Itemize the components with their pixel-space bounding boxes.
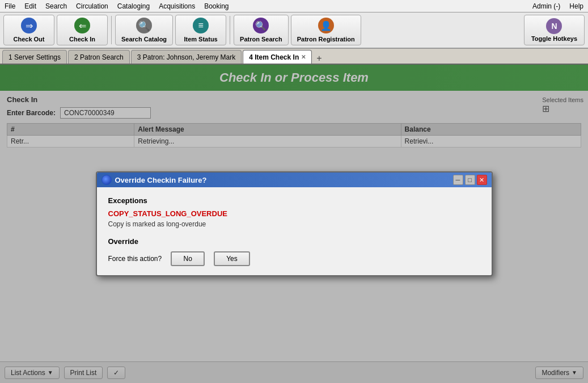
override-section: Override Force this action? No Yes: [108, 237, 480, 266]
item-status-icon: ≡: [193, 18, 209, 33]
menu-search[interactable]: Search: [45, 2, 67, 10]
yes-button[interactable]: Yes: [214, 251, 250, 266]
checkout-label: Check Out: [13, 36, 44, 43]
toolbar-sep2: [230, 16, 230, 44]
dialog-body: Exceptions COPY_STATUS_LONG_OVERDUE Copy…: [97, 187, 492, 275]
patron-search-label: Patron Search: [240, 36, 282, 43]
toolbar: ⇒ Check Out ⇐ Check In 🔍 Search Catalog …: [0, 12, 588, 49]
exceptions-title: Exceptions: [108, 196, 480, 205]
toolbar-sep1: [111, 16, 112, 44]
search-catalog-label: Search Catalog: [121, 36, 167, 43]
dialog-title-text: Override Checkin Failure?: [115, 176, 207, 184]
tab-add-button[interactable]: +: [313, 53, 325, 64]
menu-file[interactable]: File: [5, 2, 15, 10]
tab-item-checkin[interactable]: 4 Item Check In ✕: [243, 50, 312, 64]
dialog-minimize-button[interactable]: ─: [453, 175, 463, 185]
patron-registration-icon: 👤: [318, 18, 334, 33]
tab-server-settings-label: 1 Server Settings: [9, 53, 61, 61]
tab-patron-johnson-label: 3 Patron: Johnson, Jeremy Mark: [137, 53, 235, 61]
tab-item-checkin-label: 4 Item Check In: [249, 53, 299, 61]
checkin-label: Check In: [69, 36, 95, 43]
dialog-close-button[interactable]: ✕: [477, 175, 487, 185]
menu-left: File Edit Search Circulation Cataloging …: [5, 2, 229, 10]
exception-code: COPY_STATUS_LONG_OVERDUE: [108, 209, 480, 218]
dialog-titlebar: Override Checkin Failure? ─ □ ✕: [97, 172, 492, 187]
item-status-label: Item Status: [184, 36, 217, 43]
force-label: Force this action?: [108, 255, 162, 263]
menu-right: Admin (-) Help: [532, 2, 583, 10]
checkout-icon: ⇒: [21, 18, 37, 33]
menu-acquisitions[interactable]: Acquisitions: [159, 2, 195, 10]
tab-server-settings[interactable]: 1 Server Settings: [2, 50, 67, 64]
patron-registration-label: Patron Registration: [297, 36, 355, 43]
exception-description: Copy is marked as long-overdue: [108, 220, 480, 228]
menu-help[interactable]: Help: [569, 2, 583, 10]
menu-edit[interactable]: Edit: [24, 2, 36, 10]
tab-patron-search[interactable]: 2 Patron Search: [68, 50, 130, 64]
tab-patron-search-label: 2 Patron Search: [74, 53, 124, 61]
menu-bar: File Edit Search Circulation Cataloging …: [0, 0, 588, 12]
dialog-controls: ─ □ ✕: [453, 175, 487, 185]
toggle-hotkeys-button[interactable]: N Toggle Hotkeys: [524, 15, 585, 45]
dialog-title: Override Checkin Failure?: [101, 175, 207, 185]
main-content: Check In or Process Item Check In Enter …: [0, 65, 588, 383]
checkin-button[interactable]: ⇐ Check In: [57, 15, 108, 45]
search-catalog-icon: 🔍: [136, 18, 152, 33]
menu-circulation[interactable]: Circulation: [76, 2, 108, 10]
search-catalog-button[interactable]: 🔍 Search Catalog: [115, 15, 173, 45]
exceptions-section: Exceptions COPY_STATUS_LONG_OVERDUE Copy…: [108, 196, 480, 228]
menu-cataloging[interactable]: Cataloging: [117, 2, 150, 10]
dialog-maximize-button[interactable]: □: [465, 175, 475, 185]
dialog: Override Checkin Failure? ─ □ ✕ Exceptio…: [96, 171, 493, 276]
modal-overlay: Override Checkin Failure? ─ □ ✕ Exceptio…: [0, 65, 588, 383]
tabs-bar: 1 Server Settings 2 Patron Search 3 Patr…: [0, 49, 588, 65]
force-row: Force this action? No Yes: [108, 251, 480, 266]
no-button[interactable]: No: [171, 251, 205, 266]
patron-search-button[interactable]: 🔍 Patron Search: [234, 15, 289, 45]
dialog-globe-icon: [101, 175, 112, 185]
checkin-icon: ⇐: [74, 18, 90, 33]
item-status-button[interactable]: ≡ Item Status: [175, 15, 226, 45]
patron-search-icon: 🔍: [253, 18, 269, 33]
menu-booking[interactable]: Booking: [204, 2, 229, 10]
menu-admin[interactable]: Admin (-): [532, 2, 560, 10]
checkout-button[interactable]: ⇒ Check Out: [3, 15, 54, 45]
tab-patron-johnson[interactable]: 3 Patron: Johnson, Jeremy Mark: [131, 50, 242, 64]
override-title: Override: [108, 237, 480, 246]
toggle-hotkeys-label: Toggle Hotkeys: [531, 35, 577, 42]
tab-item-checkin-close[interactable]: ✕: [301, 54, 306, 60]
patron-registration-button[interactable]: 👤 Patron Registration: [291, 15, 361, 45]
hotkeys-icon: N: [546, 18, 562, 34]
